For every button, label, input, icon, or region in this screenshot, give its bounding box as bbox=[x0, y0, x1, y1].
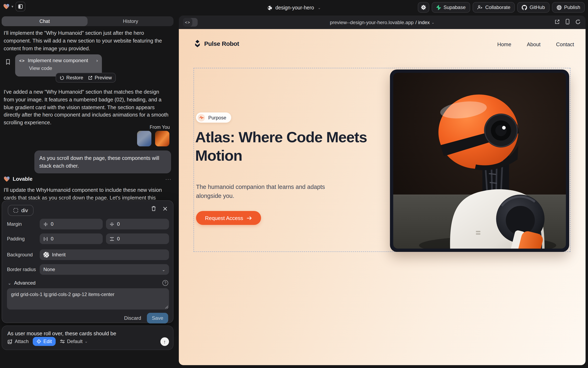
request-access-label: Request Access bbox=[205, 215, 243, 221]
composer-input[interactable]: As user mouse roll over, these cards sho… bbox=[7, 330, 116, 337]
collaborate-label: Collaborate bbox=[485, 4, 511, 10]
publish-globe-icon bbox=[556, 5, 562, 10]
advanced-label[interactable]: Advanced bbox=[14, 280, 36, 286]
padding-x-value: 0 bbox=[51, 236, 53, 242]
background-value: Inherit bbox=[52, 252, 66, 258]
border-radius-select[interactable]: None ⌄ bbox=[40, 264, 169, 275]
refresh-button[interactable] bbox=[575, 19, 581, 24]
layers-icon bbox=[194, 40, 201, 47]
restore-icon bbox=[60, 75, 64, 80]
border-radius-label: Border radius bbox=[7, 267, 40, 272]
preview-url: preview--design-your-hero.lovable.app bbox=[330, 19, 414, 25]
globe-icon bbox=[267, 5, 273, 10]
preview-panel: <> preview--design-your-hero.lovable.app… bbox=[179, 16, 586, 365]
settings-button[interactable] bbox=[418, 2, 429, 13]
close-inspector-button[interactable] bbox=[163, 206, 167, 211]
site-preview: Pulse Robot Home About Contact Purpose A… bbox=[179, 29, 586, 365]
send-button[interactable]: ↑ bbox=[161, 337, 169, 346]
advanced-classes-textarea[interactable]: grid grid-cols-1 lg:grid-cols-2 gap-12 i… bbox=[7, 288, 169, 310]
message-menu-button[interactable]: ··· bbox=[165, 176, 171, 182]
github-label: GitHub bbox=[530, 4, 545, 10]
project-name: design-your-hero bbox=[275, 5, 314, 11]
nav-about[interactable]: About bbox=[527, 41, 541, 47]
project-chevron-icon: ⌄ bbox=[318, 6, 321, 10]
chevron-right-icon: › bbox=[96, 58, 98, 63]
mobile-view-button[interactable] bbox=[566, 19, 569, 25]
bookmark-icon[interactable] bbox=[6, 59, 10, 65]
padding-y-input[interactable]: 0 bbox=[106, 233, 169, 244]
component-card-title: Implement new component bbox=[28, 58, 93, 63]
padding-x-icon bbox=[43, 237, 48, 241]
attachment-thumbnail-blue[interactable] bbox=[137, 131, 152, 146]
attach-label: Attach bbox=[15, 339, 29, 344]
discard-button[interactable]: Discard bbox=[124, 315, 141, 321]
arrow-right-icon bbox=[247, 216, 252, 220]
attach-button[interactable]: Attach bbox=[7, 339, 29, 344]
delete-element-button[interactable] bbox=[151, 206, 156, 212]
sliders-icon bbox=[59, 339, 65, 344]
element-inspector-panel: div Margin 0 0 bbox=[2, 200, 173, 323]
edit-label: Edit bbox=[43, 339, 52, 344]
chat-composer[interactable]: As user mouse roll over, these cards sho… bbox=[2, 325, 173, 350]
supabase-icon bbox=[436, 5, 441, 10]
restore-label: Restore bbox=[66, 75, 83, 81]
pulse-icon bbox=[198, 114, 205, 121]
chat-history-tabs: Chat History bbox=[2, 16, 173, 26]
restore-button[interactable]: Restore bbox=[60, 75, 83, 81]
padding-x-input[interactable]: 0 bbox=[40, 233, 103, 244]
attach-image-icon bbox=[7, 339, 13, 344]
assistant-message-1: I'll implement the "Why Humanoid" sectio… bbox=[4, 29, 170, 53]
user-message-bubble: As you scroll down the page, these compo… bbox=[34, 150, 171, 174]
background-input[interactable]: Inherit bbox=[40, 249, 169, 260]
site-logo[interactable]: Pulse Robot bbox=[194, 40, 239, 47]
code-icon: <> bbox=[19, 58, 25, 63]
tab-history[interactable]: History bbox=[87, 16, 173, 26]
hero-image-card bbox=[390, 70, 569, 252]
selected-element-chip[interactable]: div bbox=[8, 205, 34, 216]
margin-y-input[interactable]: 0 bbox=[106, 219, 169, 229]
resize-grip-icon[interactable] bbox=[165, 305, 168, 309]
default-label: Default bbox=[67, 339, 82, 344]
collaborate-button[interactable]: Collaborate bbox=[473, 2, 515, 13]
margin-label: Margin bbox=[7, 221, 40, 227]
external-link-icon bbox=[88, 75, 93, 80]
top-bar: ▾ design-your-hero ⌄ Supabase bbox=[0, 0, 588, 16]
tab-chat[interactable]: Chat bbox=[2, 16, 87, 26]
model-default-button[interactable]: Default ⌄ bbox=[59, 339, 87, 344]
publish-label: Publish bbox=[564, 4, 580, 10]
assistant-header: Lovable ··· bbox=[4, 176, 171, 182]
url-chevron-icon: ⌄ bbox=[431, 20, 435, 24]
advanced-chevron-icon[interactable]: ⌄ bbox=[8, 281, 11, 285]
purpose-badge-label: Purpose bbox=[208, 115, 226, 120]
preview-label: Preview bbox=[95, 75, 112, 81]
default-chevron-icon: ⌄ bbox=[85, 339, 88, 343]
github-icon bbox=[522, 5, 527, 10]
request-access-button[interactable]: Request Access bbox=[196, 211, 261, 225]
edit-mode-button[interactable]: Edit bbox=[33, 337, 56, 346]
view-code-link[interactable]: View code bbox=[29, 65, 98, 71]
border-radius-value: None bbox=[43, 267, 55, 272]
supabase-button[interactable]: Supabase bbox=[432, 2, 470, 13]
margin-x-input[interactable]: 0 bbox=[40, 219, 103, 229]
attachment-thumbnail-orange[interactable] bbox=[155, 131, 169, 146]
margin-x-icon bbox=[43, 222, 48, 226]
site-brand: Pulse Robot bbox=[204, 40, 239, 47]
assistant-message-2: I've added a new "Why Humanoid" section … bbox=[4, 88, 170, 127]
preview-url-bar[interactable]: preview--design-your-hero.lovable.app / … bbox=[179, 16, 586, 29]
help-icon[interactable]: ? bbox=[162, 280, 168, 286]
element-outline-icon bbox=[13, 208, 18, 213]
hero-description: The humanoid companion that learns and a… bbox=[196, 182, 331, 201]
element-tag: div bbox=[21, 207, 28, 213]
assistant-name: Lovable bbox=[13, 176, 33, 182]
nav-contact[interactable]: Contact bbox=[556, 41, 574, 47]
github-button[interactable]: GitHub bbox=[517, 2, 550, 13]
margin-y-icon bbox=[110, 222, 114, 226]
publish-button[interactable]: Publish bbox=[552, 2, 585, 13]
background-label: Background bbox=[7, 252, 40, 258]
padding-y-value: 0 bbox=[117, 236, 120, 242]
nav-home[interactable]: Home bbox=[497, 41, 511, 47]
robot-image bbox=[393, 73, 566, 248]
save-button[interactable]: Save bbox=[147, 313, 168, 323]
preview-button[interactable]: Preview bbox=[88, 75, 112, 81]
open-in-new-tab-button[interactable] bbox=[554, 19, 560, 24]
